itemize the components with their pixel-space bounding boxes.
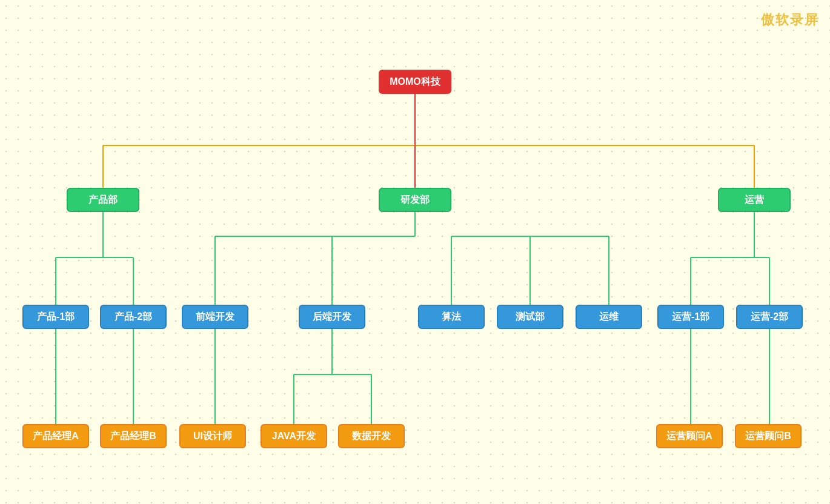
- node-person-java[interactable]: JAVA开发: [261, 424, 327, 448]
- node-person-oa[interactable]: 运营顾问A: [656, 424, 723, 448]
- node-dept-rd[interactable]: 研发部: [379, 188, 451, 212]
- node-team-be[interactable]: 后端开发: [299, 305, 365, 329]
- node-person-ob[interactable]: 运营顾问B: [735, 424, 802, 448]
- node-person-ui[interactable]: UI设计师: [179, 424, 246, 448]
- node-team-o1[interactable]: 运营-1部: [657, 305, 724, 329]
- tree-container: MOMO科技 产品部 研发部 运营 产品-1部 产品-2部 前端开发 后端开发 …: [0, 0, 830, 504]
- node-team-o2[interactable]: 运营-2部: [736, 305, 803, 329]
- node-team-algo[interactable]: 算法: [418, 305, 485, 329]
- watermark: 傲软录屏: [761, 11, 819, 29]
- node-person-data[interactable]: 数据开发: [338, 424, 405, 448]
- node-dept-product[interactable]: 产品部: [67, 188, 139, 212]
- node-team-p2[interactable]: 产品-2部: [100, 305, 167, 329]
- node-dept-ops[interactable]: 运营: [718, 188, 791, 212]
- node-person-pa[interactable]: 产品经理A: [22, 424, 89, 448]
- node-team-ops[interactable]: 运维: [576, 305, 642, 329]
- node-root[interactable]: MOMO科技: [379, 70, 451, 94]
- node-team-fe[interactable]: 前端开发: [182, 305, 248, 329]
- node-team-qa[interactable]: 测试部: [497, 305, 563, 329]
- node-team-p1[interactable]: 产品-1部: [22, 305, 89, 329]
- node-person-pb[interactable]: 产品经理B: [100, 424, 167, 448]
